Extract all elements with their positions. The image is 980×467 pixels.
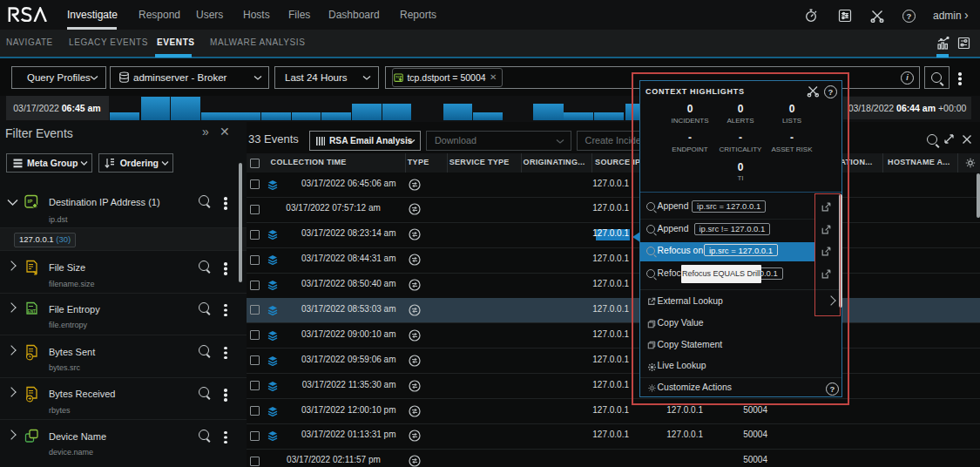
svg-text:ENT: ENT [28, 309, 36, 314]
svg-text:IP: IP [28, 199, 33, 204]
svg-text:TCP: TCP [395, 76, 402, 79]
